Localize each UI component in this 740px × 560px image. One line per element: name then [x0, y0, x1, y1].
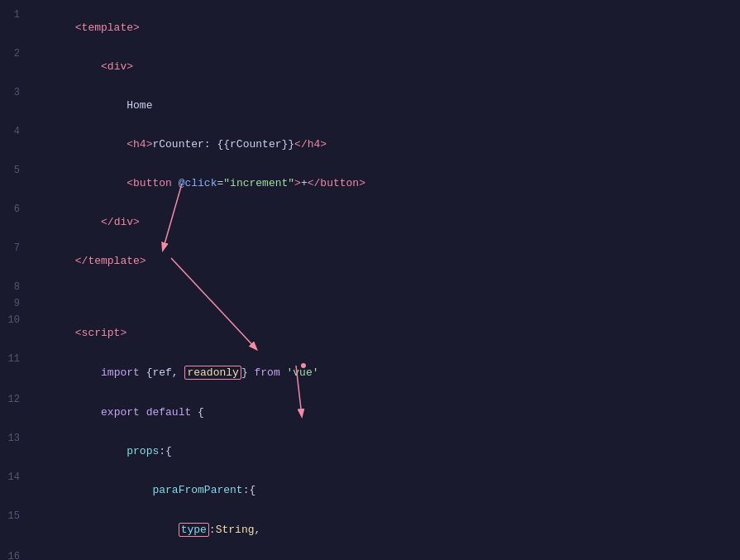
code-line: 14 paraFromParent:{ [0, 471, 740, 510]
line-number: 13 [0, 433, 33, 444]
code-line: 16 required:true, [0, 550, 740, 560]
line-content: export default { [33, 394, 740, 431]
line-content: <button @click="increment">+</button> [33, 165, 740, 202]
line-content: </template> [33, 242, 740, 280]
line-content: <h4>rCounter: {{rCounter}}</h4> [33, 126, 740, 163]
line-number: 14 [0, 471, 33, 483]
code-line: 7 </template> [0, 242, 740, 280]
code-line: 5 <button @click="increment">+</button> [0, 164, 740, 203]
line-number: 12 [0, 394, 33, 405]
code-editor: 1 <template> 2 <div> 3 Home 4 <h4>rCount… [0, 0, 740, 560]
code-line: 13 props:{ [0, 432, 740, 471]
line-content [33, 298, 740, 310]
line-content [33, 281, 740, 294]
line-content: required:true, [33, 551, 740, 560]
line-content: import {ref, readonly} from 'vue' [33, 353, 740, 392]
line-number: 11 [0, 353, 33, 365]
line-number: 7 [0, 242, 33, 254]
line-number: 1 [0, 9, 33, 21]
line-number: 2 [0, 48, 33, 60]
code-line: 6 </div> [0, 203, 740, 242]
line-content: paraFromParent:{ [33, 471, 740, 509]
code-line: 10 <script> [0, 314, 740, 352]
code-line: 4 <h4>rCounter: {{rCounter}}</h4> [0, 125, 740, 164]
line-number: 15 [0, 510, 33, 522]
line-number: 16 [0, 551, 33, 560]
line-number: 4 [0, 126, 33, 137]
line-content: <div> [33, 48, 740, 85]
line-number: 8 [0, 281, 33, 293]
line-content: type:String, [33, 510, 740, 549]
code-line: 2 <div> [0, 47, 740, 86]
line-number: 3 [0, 87, 33, 98]
line-content: <template> [33, 9, 740, 46]
code-line: 9 [0, 297, 740, 314]
line-content: props:{ [33, 433, 740, 470]
line-number: 9 [0, 298, 33, 309]
line-number: 5 [0, 165, 33, 176]
code-line: 3 Home [0, 86, 740, 125]
code-line: 12 export default { [0, 393, 740, 432]
line-content: <script> [33, 314, 740, 352]
code-line: 1 <template> [0, 8, 740, 47]
code-line: 8 [0, 280, 740, 297]
line-content: </div> [33, 203, 740, 241]
code-line: 15 type:String, [0, 510, 740, 550]
line-number: 6 [0, 203, 33, 215]
line-content: Home [33, 87, 740, 124]
line-number: 10 [0, 314, 33, 326]
code-line: 11 import {ref, readonly} from 'vue' [0, 352, 740, 393]
